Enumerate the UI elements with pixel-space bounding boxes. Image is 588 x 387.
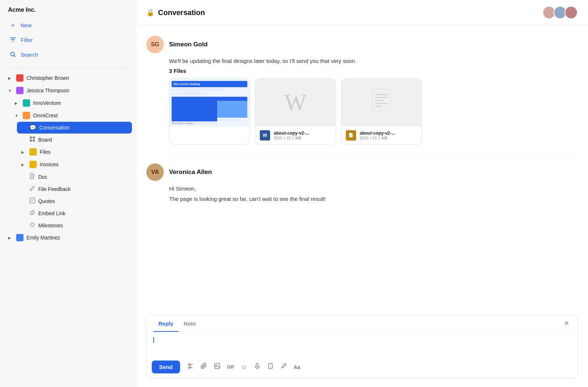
- chevron-right-icon: ▶: [8, 236, 13, 240]
- link-icon: [29, 210, 35, 217]
- svg-rect-2: [33, 136, 35, 139]
- emily-martinez-label: Emily Martinez: [26, 235, 128, 241]
- sender-name-veronica: Veronica Allen: [169, 168, 212, 176]
- doc-preview-icon: [370, 87, 392, 118]
- sidebar-item-milestones[interactable]: Milestones: [17, 219, 132, 231]
- chat-icon: 💬: [29, 124, 36, 131]
- file-card-screenshot[interactable]: Nice Section Heading: [169, 78, 250, 145]
- sidebar-item-omnicrest[interactable]: ▼ OmniCrest: [10, 109, 132, 122]
- omnicrest-children: 💬 Conversation Board ▶ Files: [10, 122, 132, 231]
- file-type-word-icon: W: [260, 130, 270, 141]
- milestones-label: Milestones: [38, 223, 128, 228]
- new-button[interactable]: ＋ New: [4, 18, 132, 32]
- pencil-icon: [29, 185, 35, 192]
- reply-close-button[interactable]: ✕: [562, 318, 571, 329]
- scissors-icon-button[interactable]: [185, 361, 196, 373]
- message-simeon: SG Simeon Gold We'll be updating the fin…: [146, 36, 578, 145]
- file-preview-doc2: [341, 79, 422, 127]
- file-meta-doc2: DOC • 22.1 MB: [360, 136, 395, 140]
- message-header-veronica: VA Veronica Allen: [146, 163, 578, 181]
- filter-button[interactable]: Filter: [4, 32, 132, 47]
- company-name: Acme Inc.: [0, 0, 136, 18]
- svg-point-8: [188, 364, 190, 366]
- sidebar-item-file-feedback[interactable]: File Feedback: [17, 183, 132, 195]
- plus-icon: ＋: [9, 21, 17, 29]
- chevron-down-icon: ▼: [15, 114, 20, 118]
- sidebar-actions: ＋ New Filter Search: [0, 18, 136, 66]
- file-name-doc2: about-copy-v2-...: [360, 131, 395, 136]
- message-text-veronica-1: Hi Simeon,: [169, 185, 578, 193]
- edit-icon-button[interactable]: [278, 361, 289, 373]
- search-button[interactable]: Search: [4, 47, 132, 62]
- innoventure-label: InnoVenture: [33, 100, 128, 106]
- file-details-word: about-copy-v2-... DOC • 22.1 MB: [274, 131, 309, 140]
- chevron-right-icon: ▶: [15, 101, 20, 105]
- embed-link-label: Embed Link: [38, 210, 128, 216]
- sidebar-divider: [7, 68, 128, 68]
- sidebar-item-invoices[interactable]: ▶ Invoices: [17, 158, 132, 171]
- message-text-veronica-2: The page is looking great so far, can't …: [169, 195, 578, 203]
- chevron-down-icon: ▼: [8, 89, 13, 93]
- word-icon: W: [284, 89, 306, 116]
- svg-rect-1: [30, 136, 32, 139]
- reply-tabs: Reply Note ✕: [147, 315, 577, 332]
- new-label: New: [21, 22, 32, 28]
- text-cursor: [153, 337, 154, 343]
- file-type-doc2-icon: 📄: [346, 130, 356, 141]
- avatar-initials-veronica: VA: [146, 163, 164, 181]
- avatar-initials: SG: [146, 36, 164, 53]
- avatar-veronica: VA: [146, 163, 164, 181]
- folder-icon: [29, 148, 37, 156]
- conversation-body: SG Simeon Gold We'll be updating the fin…: [136, 25, 588, 315]
- device-icon-button[interactable]: [265, 361, 276, 373]
- gif-icon-button[interactable]: GIF: [225, 363, 237, 371]
- message-separator: [169, 156, 578, 157]
- sidebar-item-quotes[interactable]: Quotes: [17, 195, 132, 207]
- file-info-doc2: 📄 about-copy-v2-... DOC • 22.1 MB: [341, 127, 422, 144]
- board-icon: [29, 136, 35, 143]
- sidebar-item-embed-link[interactable]: Embed Link: [17, 207, 132, 219]
- doc-icon: [29, 173, 35, 180]
- sidebar-item-jessica-thompson[interactable]: ▼ Jessica Thompson: [4, 84, 132, 97]
- search-icon: [9, 50, 17, 58]
- send-button[interactable]: Send: [152, 361, 180, 373]
- omnicrest-label: OmniCrest: [33, 113, 128, 118]
- sidebar-item-doc[interactable]: Doc: [17, 171, 132, 183]
- sidebar-item-innoventure[interactable]: ▶ InnoVenture: [10, 97, 132, 109]
- folder-icon: [29, 161, 37, 168]
- svg-rect-4: [33, 139, 35, 142]
- reply-input-area[interactable]: [147, 332, 577, 358]
- svg-point-9: [188, 367, 190, 369]
- header-left: 🔒 Conversation: [146, 8, 205, 17]
- sidebar-tree: ▶ Christopher Brown ▼ Jessica Thompson ▶…: [0, 72, 136, 244]
- sender-name-simeon: Simeon Gold: [169, 41, 208, 48]
- tab-reply[interactable]: Reply: [153, 315, 179, 332]
- file-card-doc2[interactable]: 📄 about-copy-v2-... DOC • 22.1 MB: [341, 78, 422, 145]
- sidebar-item-conversation[interactable]: 💬 Conversation: [17, 122, 132, 134]
- quotes-icon: [29, 198, 35, 205]
- sidebar-item-board[interactable]: Board: [17, 134, 132, 146]
- quotes-label: Quotes: [38, 198, 128, 204]
- image-icon-button[interactable]: [212, 361, 223, 373]
- emoji-icon-button[interactable]: ☺: [239, 361, 250, 373]
- file-details-doc2: about-copy-v2-... DOC • 22.1 MB: [360, 131, 395, 140]
- svg-rect-3: [30, 139, 32, 142]
- folder-icon: [23, 112, 30, 119]
- attachment-icon-button[interactable]: [198, 361, 209, 373]
- folder-icon: [23, 99, 30, 107]
- participants-avatars: [542, 6, 578, 19]
- audio-icon-button[interactable]: [252, 361, 263, 373]
- tab-note[interactable]: Note: [179, 315, 201, 332]
- filter-label: Filter: [21, 37, 33, 43]
- sidebar-item-emily-martinez[interactable]: ▶ Emily Martinez: [4, 231, 132, 244]
- file-preview-screenshot: Nice Section Heading: [169, 79, 250, 127]
- sidebar-item-christopher-brown[interactable]: ▶ Christopher Brown: [4, 72, 132, 84]
- files-label: Files: [40, 149, 128, 155]
- text-format-icon-button[interactable]: Aa: [291, 362, 302, 372]
- file-card-word[interactable]: W W about-copy-v2-... DOC • 22.1 MB: [255, 78, 336, 145]
- reply-toolbar: Send GIF ☺ Aa: [147, 358, 577, 378]
- sidebar: Acme Inc. ＋ New Filter Search ▶ Christop…: [0, 0, 136, 387]
- files-label: 3 Files: [169, 68, 578, 74]
- reply-box: Reply Note ✕ Send GIF ☺: [146, 315, 578, 378]
- sidebar-item-files[interactable]: ▶ Files: [17, 146, 132, 158]
